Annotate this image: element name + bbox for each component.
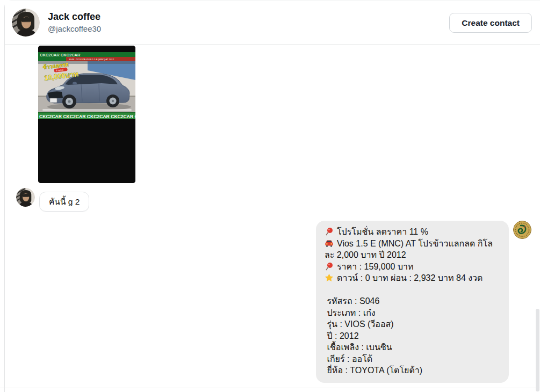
- create-contact-button[interactable]: Create contact: [449, 13, 532, 33]
- car-photo: CKC2CAR CKC2CAR S046 - TOYOTA VIOS 1.5 E…: [38, 46, 135, 183]
- contact-name: Jack coffee: [48, 10, 101, 23]
- star-icon: [325, 273, 334, 282]
- footer-divider: [0, 388, 540, 388]
- car-code-strip: S046 - TOYOTA VIOS 1.5 E (MNC) AT 2012: [69, 58, 114, 61]
- promo-line-text: ดาวน์ : 0 บาท ผ่อน : 2,932 บาท 84 งวด: [337, 273, 483, 282]
- watermark-bottom-banner: CKC2CAR CKC2CAR CKC2CAR CKC2CAR CKC2: [39, 114, 135, 119]
- pushpin-icon: [325, 227, 334, 236]
- promo-line: ดาวน์ : 0 บาท ผ่อน : 2,932 บาท 84 งวด: [325, 272, 500, 284]
- promo-line-text: โปรโมชั่น ลดราคา 11 %: [337, 227, 428, 236]
- contact-header: Jack coffee @jackcoffee30 Create contact: [5, 1, 540, 45]
- promo-line-text: ราคา : 159,000 บาท: [337, 262, 414, 271]
- detail-line: ปี : 2012: [325, 330, 500, 342]
- contact-avatar[interactable]: [12, 9, 40, 37]
- message-avatar[interactable]: [16, 188, 35, 207]
- watermark-top-banner: CKC2CAR CKC2CAR: [40, 53, 81, 57]
- gold-coin-logo-icon: [513, 221, 531, 239]
- chat-area: CKC2CAR CKC2CAR S046 - TOYOTA VIOS 1.5 E…: [5, 45, 540, 388]
- detail-line: รุ่น : VIOS (วีออส): [325, 318, 500, 330]
- promo-line: Vios 1.5 E (MNC) AT โปรข้าวแลกลด กิโลละ …: [325, 238, 500, 261]
- person-avatar-image: [16, 188, 35, 207]
- app-window: Jack coffee @jackcoffee30 Create contact…: [4, 0, 540, 392]
- detail-line: ยี่ห้อ : TOYOTA (โตโยต้า): [325, 365, 500, 376]
- detail-line: ประเภท : เก๋ง: [325, 307, 500, 319]
- dealer-avatar[interactable]: [513, 221, 531, 239]
- car-image-message[interactable]: CKC2CAR CKC2CAR S046 - TOYOTA VIOS 1.5 E…: [38, 46, 135, 183]
- detail-line: เกียร์ : ออโต้: [325, 353, 500, 365]
- contact-handle: @jackcoffee30: [48, 23, 101, 35]
- incoming-message-bubble: คันนี้ g 2: [39, 192, 89, 212]
- contact-identity: Jack coffee @jackcoffee30: [48, 10, 101, 35]
- promo-line-text: Vios 1.5 E (MNC) AT โปรข้าวแลกลด กิโลละ …: [325, 239, 493, 260]
- detail-line: รหัสรถ : S046: [325, 295, 500, 307]
- blank-line: [325, 284, 500, 296]
- pushpin-icon: [325, 262, 334, 271]
- detail-line: เชื้อเพลิง : เบนซิน: [325, 342, 500, 353]
- person-avatar-image: [12, 9, 40, 37]
- promo-line: ราคา : 159,000 บาท: [325, 261, 500, 273]
- scrollbar-thumb[interactable]: [536, 309, 539, 391]
- promo-line: โปรโมชั่น ลดราคา 11 %: [325, 226, 500, 238]
- outgoing-message-bubble: โปรโมชั่น ลดราคา 11 % Vios 1.: [316, 221, 509, 383]
- car-icon: [325, 239, 334, 248]
